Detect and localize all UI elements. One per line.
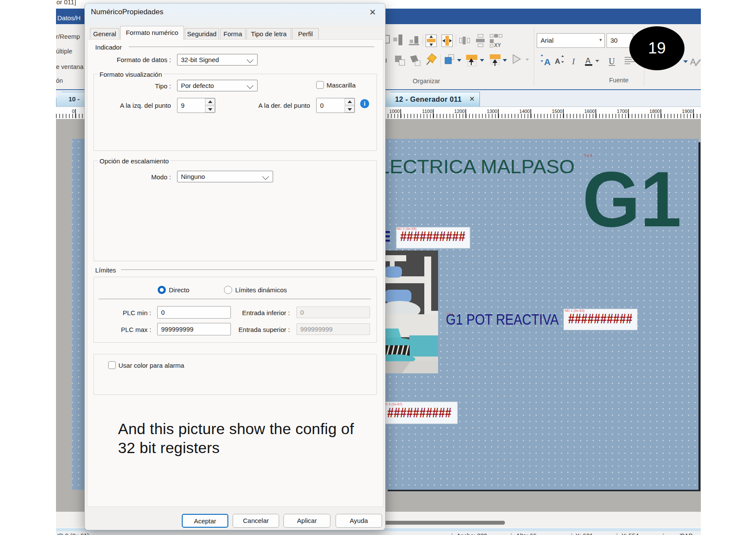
svg-text:D 3 (3x-67): D 3 (3x-67) [385,402,402,406]
svg-text:ND 2 (3x-65): ND 2 (3x-65) [397,227,417,231]
svg-text:##########: ########## [387,405,451,420]
svg-text:G1 POT REACTIVA: G1 POT REACTIVA [446,311,559,328]
svg-text:G1: G1 [582,156,681,243]
svg-text:LECTRICA MALPASO: LECTRICA MALPASO [379,156,575,177]
svg-text:##########: ########## [568,311,632,326]
svg-text:ND 1 (3x-63): ND 1 (3x-63) [565,309,585,313]
svg-text:##########: ########## [400,228,465,244]
